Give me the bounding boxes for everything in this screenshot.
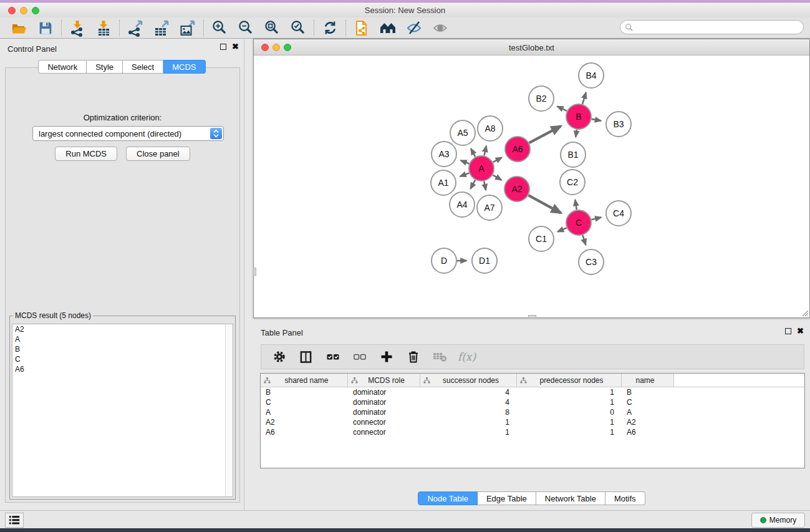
mcds-result-item[interactable]: B xyxy=(12,344,233,354)
table-row[interactable]: Cdominator41C xyxy=(261,397,804,407)
column-header-predecessor-nodes[interactable]: predecessor nodes xyxy=(517,374,622,387)
tab-edge-table[interactable]: Edge Table xyxy=(478,491,536,505)
network-graph-canvas[interactable]: B4B2BB3A8A5A6A3B1AA1C2A2A4A7C4CC1DD1C3 xyxy=(254,56,809,317)
open-session-button[interactable] xyxy=(6,19,32,37)
task-history-button[interactable] xyxy=(5,513,24,528)
delete-columns-button[interactable] xyxy=(402,347,425,366)
graph-node-A3[interactable]: A3 xyxy=(432,142,456,167)
close-panel-icon[interactable]: ✖ xyxy=(232,44,239,50)
new-network-from-file-button[interactable] xyxy=(349,19,375,37)
list-scrollbar[interactable] xyxy=(225,324,233,496)
fx-icon: f(x) xyxy=(458,351,476,363)
graph-node-B2[interactable]: B2 xyxy=(529,86,554,111)
import-network-button[interactable] xyxy=(64,19,90,37)
table-float-panel-icon[interactable] xyxy=(785,328,791,334)
graph-node-B3[interactable]: B3 xyxy=(606,112,631,137)
mcds-result-item[interactable]: A6 xyxy=(12,364,233,374)
graph-node-D1[interactable]: D1 xyxy=(472,248,497,273)
zoom-out-button[interactable] xyxy=(233,19,259,37)
import-table-button[interactable] xyxy=(90,19,117,37)
bottom-grip-handle[interactable] xyxy=(528,315,536,318)
column-header-successor-nodes[interactable]: successor nodes xyxy=(420,374,517,387)
svg-text:A7: A7 xyxy=(484,203,494,213)
tab-network[interactable]: Network xyxy=(38,60,87,74)
tab-mcds[interactable]: MCDS xyxy=(163,60,205,74)
search-input[interactable] xyxy=(634,22,803,33)
table-row[interactable]: Adominator80A xyxy=(261,407,804,417)
add-column-button[interactable] xyxy=(375,347,398,366)
cybrowser-button[interactable] xyxy=(375,19,401,37)
graph-node-A[interactable]: A xyxy=(469,156,494,181)
zoom-fit-button[interactable] xyxy=(259,19,285,37)
desktop-bottom-strip xyxy=(0,528,810,532)
hide-graphics-details-button[interactable] xyxy=(401,19,427,37)
graph-node-A5[interactable]: A5 xyxy=(450,120,475,145)
resize-corner-handle[interactable] xyxy=(800,308,809,317)
show-hide-button[interactable] xyxy=(427,19,453,37)
tab-network-table[interactable]: Network Table xyxy=(536,491,605,505)
toolbar-separator xyxy=(345,20,346,36)
list-icon xyxy=(8,514,21,526)
show-columns-button[interactable] xyxy=(294,347,317,366)
zoom-in-button[interactable] xyxy=(206,19,233,37)
export-image-button[interactable] xyxy=(175,19,201,37)
memory-button[interactable]: Memory xyxy=(751,513,805,528)
network-window-titlebar[interactable]: testGlobe.txt xyxy=(254,39,809,56)
graph-node-A7[interactable]: A7 xyxy=(477,195,502,220)
tab-style[interactable]: Style xyxy=(87,60,123,74)
graph-node-D[interactable]: D xyxy=(432,248,456,273)
status-bar: Memory xyxy=(0,510,810,528)
column-header-MCDS-role[interactable]: MCDS role xyxy=(348,374,420,387)
table-row[interactable]: A2connector11A2 xyxy=(261,417,804,427)
table-row[interactable]: A6connector11A6 xyxy=(261,427,804,437)
table-cell: connector xyxy=(348,417,420,427)
tab-motifs[interactable]: Motifs xyxy=(605,491,645,505)
graph-node-A1[interactable]: A1 xyxy=(431,170,456,195)
svg-text:D: D xyxy=(441,256,447,266)
table-settings-button[interactable] xyxy=(268,347,291,366)
column-header-shared-name[interactable]: shared name xyxy=(261,374,348,387)
graph-node-A8[interactable]: A8 xyxy=(478,116,503,141)
save-session-button[interactable] xyxy=(32,19,59,37)
graph-node-A2[interactable]: A2 xyxy=(504,177,529,201)
close-panel-button[interactable]: Close panel xyxy=(126,147,190,161)
mcds-result-item[interactable]: C xyxy=(12,354,233,364)
graph-node-C[interactable]: C xyxy=(566,210,591,235)
export-table-button[interactable] xyxy=(148,19,175,37)
mcds-result-item[interactable]: A2 xyxy=(12,324,233,334)
criterion-select[interactable]: largest connected component (directed) xyxy=(32,126,224,141)
graph-node-C4[interactable]: C4 xyxy=(606,201,631,226)
trash-icon xyxy=(407,350,420,364)
export-network-button[interactable] xyxy=(122,19,148,37)
toolbar-separator xyxy=(61,20,62,36)
graph-edge-B-B2 xyxy=(557,106,567,110)
graph-node-C1[interactable]: C1 xyxy=(529,226,554,251)
tab-node-table[interactable]: Node Table xyxy=(418,491,478,505)
network-document-icon xyxy=(353,19,370,37)
graph-node-A6[interactable]: A6 xyxy=(505,137,530,162)
mcds-result-item[interactable]: A xyxy=(12,334,233,344)
apply-layout-button[interactable] xyxy=(317,19,343,37)
table-cell: dominator xyxy=(348,397,420,407)
column-header-name[interactable]: name xyxy=(622,374,674,387)
graph-node-B[interactable]: B xyxy=(566,104,591,129)
graph-edge-A2-C xyxy=(528,195,561,213)
table-close-panel-icon[interactable]: ✖ xyxy=(797,328,804,334)
table-header-row: shared nameMCDS rolesuccessor nodesprede… xyxy=(261,374,804,387)
tab-select[interactable]: Select xyxy=(123,60,163,74)
graph-edge-A-A6 xyxy=(493,158,502,163)
select-all-button[interactable] xyxy=(321,347,344,366)
float-panel-icon[interactable] xyxy=(220,44,226,50)
mcds-result-list[interactable]: A2ABCA6 xyxy=(12,324,233,497)
graph-node-A4[interactable]: A4 xyxy=(450,192,475,217)
search-box[interactable] xyxy=(620,20,804,34)
left-grip-handle[interactable] xyxy=(253,268,256,276)
graph-node-C3[interactable]: C3 xyxy=(579,249,604,274)
graph-node-B4[interactable]: B4 xyxy=(579,63,604,88)
zoom-selected-button[interactable] xyxy=(285,19,311,37)
table-row[interactable]: Bdominator41B xyxy=(261,387,804,397)
run-mcds-button[interactable]: Run MCDS xyxy=(55,147,117,161)
graph-node-B1[interactable]: B1 xyxy=(561,142,586,167)
graph-node-C2[interactable]: C2 xyxy=(560,170,585,195)
deselect-all-button[interactable] xyxy=(348,347,371,366)
